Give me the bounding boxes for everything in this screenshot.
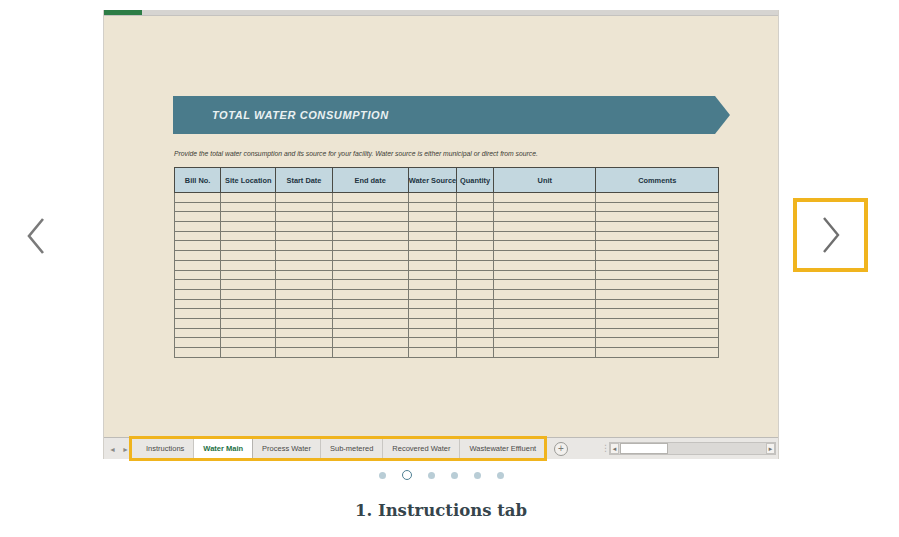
table-cell — [494, 289, 596, 299]
column-header: Bill No. — [175, 168, 221, 193]
carousel-dots — [103, 470, 779, 480]
table-cell — [456, 318, 493, 328]
carousel-dot-active[interactable] — [402, 470, 412, 480]
table-cell — [596, 280, 719, 290]
table-cell — [408, 348, 456, 358]
sheet-nav-arrows: ◄ ► — [109, 438, 129, 460]
carousel-prev-button[interactable] — [18, 212, 54, 260]
chevron-right-icon — [817, 215, 845, 255]
table-cell — [175, 348, 221, 358]
table-cell — [175, 280, 221, 290]
table-cell — [456, 251, 493, 261]
table-cell — [332, 212, 408, 222]
sheet-tab-bar: ◄ ► InstructionsWater MainProcess WaterS… — [104, 437, 778, 459]
table-cell — [494, 318, 596, 328]
table-cell — [175, 299, 221, 309]
table-cell — [332, 231, 408, 241]
carousel-next-button[interactable] — [793, 198, 868, 272]
table-cell — [494, 231, 596, 241]
table-cell — [456, 280, 493, 290]
table-cell — [332, 328, 408, 338]
table-cell — [494, 193, 596, 203]
carousel-dot[interactable] — [451, 472, 458, 479]
table-cell — [221, 212, 276, 222]
table-row — [175, 328, 719, 338]
carousel-dot[interactable] — [474, 472, 481, 479]
table-cell — [494, 328, 596, 338]
table-row — [175, 299, 719, 309]
table-cell — [276, 241, 332, 251]
carousel-dot[interactable] — [497, 472, 504, 479]
table-cell — [408, 289, 456, 299]
scrollbar-thumb — [620, 443, 668, 454]
table-cell — [221, 193, 276, 203]
table-cell — [175, 212, 221, 222]
table-cell — [276, 318, 332, 328]
table-cell — [408, 299, 456, 309]
table-cell — [276, 348, 332, 358]
table-row — [175, 280, 719, 290]
table-cell — [408, 202, 456, 212]
table-row — [175, 309, 719, 319]
table-cell — [596, 270, 719, 280]
table-cell — [332, 260, 408, 270]
table-row — [175, 241, 719, 251]
carousel-dot[interactable] — [428, 472, 435, 479]
table-cell — [175, 202, 221, 212]
table-cell — [221, 289, 276, 299]
horizontal-scrollbar: ◄ ► — [609, 442, 776, 455]
table-row — [175, 289, 719, 299]
banner-title: TOTAL WATER CONSUMPTION — [212, 109, 389, 121]
table-cell — [456, 193, 493, 203]
carousel-dot[interactable] — [379, 472, 386, 479]
table-cell — [408, 260, 456, 270]
table-cell — [408, 338, 456, 348]
table-cell — [456, 328, 493, 338]
column-header: Quantity — [456, 168, 493, 193]
table-cell — [221, 299, 276, 309]
table-cell — [596, 251, 719, 261]
table-cell — [596, 193, 719, 203]
table-cell — [408, 251, 456, 261]
excel-green-segment — [104, 10, 142, 15]
table-cell — [494, 260, 596, 270]
table-cell — [276, 212, 332, 222]
table-cell — [332, 289, 408, 299]
sheet-tab-water-main: Water Main — [194, 438, 253, 460]
column-header: Water Source — [408, 168, 456, 193]
table-row — [175, 251, 719, 261]
table-cell — [175, 328, 221, 338]
column-header: End date — [332, 168, 408, 193]
table-cell — [596, 328, 719, 338]
table-cell — [332, 338, 408, 348]
table-cell — [596, 318, 719, 328]
table-cell — [276, 260, 332, 270]
table-cell — [221, 202, 276, 212]
table-cell — [456, 222, 493, 232]
table-cell — [494, 309, 596, 319]
table-cell — [175, 270, 221, 280]
plus-circle-icon: + — [554, 442, 568, 456]
table-row — [175, 193, 719, 203]
triangle-right-icon: ► — [766, 443, 775, 454]
table-cell — [494, 348, 596, 358]
table-cell — [221, 222, 276, 232]
table-cell — [332, 309, 408, 319]
table-cell — [408, 241, 456, 251]
table-cell — [494, 280, 596, 290]
table-cell — [456, 338, 493, 348]
table-row — [175, 222, 719, 232]
table-row — [175, 338, 719, 348]
table-cell — [596, 202, 719, 212]
table-cell — [596, 289, 719, 299]
table-cell — [408, 212, 456, 222]
table-cell — [175, 231, 221, 241]
table-cell — [596, 241, 719, 251]
table-cell — [332, 251, 408, 261]
table-cell — [456, 299, 493, 309]
triangle-right-icon: ► — [122, 446, 129, 453]
table-cell — [332, 348, 408, 358]
table-cell — [221, 231, 276, 241]
table-cell — [408, 193, 456, 203]
sheet-tab-sub-metered: Sub-metered — [321, 438, 383, 460]
